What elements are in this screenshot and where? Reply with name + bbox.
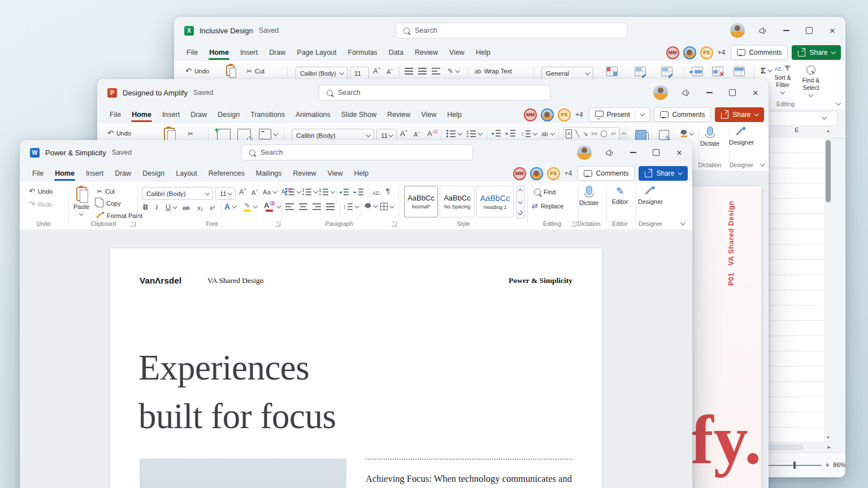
column-header-e[interactable]: E [771,127,823,133]
align-right-button[interactable] [313,203,321,210]
excel-tab-view[interactable]: View [449,44,465,61]
minimize-button[interactable] [781,25,791,36]
style-normal[interactable]: AaBbCc Normal* [404,186,438,217]
word-search-box[interactable]: Search [241,145,473,160]
orientation-button[interactable] [448,67,459,75]
excel-tab-review[interactable]: Review [415,44,438,61]
scroll-right-arrow[interactable]: ▶ [828,445,831,449]
word-tab-design[interactable]: Design [142,165,164,182]
text-effects-button[interactable] [224,203,236,211]
scroll-up-arrow[interactable]: ▲ [826,129,830,133]
justify-button[interactable] [326,203,335,210]
word-tab-layout[interactable]: Layout [176,165,197,182]
increase-indent-button[interactable] [354,189,363,195]
numbering-button[interactable] [467,130,482,137]
number-format-select[interactable]: General [541,67,593,80]
collaborator-badge-mm[interactable]: MM [524,108,537,121]
bold-button[interactable] [143,203,148,211]
word-tab-draw[interactable]: Draw [115,165,131,182]
superscript-button[interactable] [210,204,215,212]
maximize-button[interactable] [804,25,814,36]
shape-fill-button[interactable] [680,130,693,137]
user-avatar[interactable] [577,145,592,160]
share-button[interactable]: Share [792,45,841,60]
ppt-tab-design[interactable]: Design [218,106,240,123]
ppt-tab-draw[interactable]: Draw [190,106,207,123]
find-select-button[interactable]: Find &Select [797,66,825,97]
dictate-button[interactable]: Dictate [574,186,604,206]
scroll-down-arrow[interactable]: ▼ [826,435,830,439]
document-page[interactable]: VanΛrsdel VA Shared Design Power & Simpl… [110,249,602,488]
close-button[interactable]: × [827,25,837,36]
style-gallery-scroll[interactable] [516,186,525,219]
font-name-select[interactable]: Calibri (Body) [296,67,348,80]
format-cells-button[interactable] [734,67,745,76]
slide-layout-button[interactable] [259,129,277,140]
zoom-in-button[interactable]: + [825,460,830,469]
rectangle-shape[interactable]: ▭ [591,129,597,138]
excel-tab-file[interactable]: File [186,44,198,61]
scrollbar-thumb[interactable] [826,140,831,202]
strikethrough-button[interactable] [183,204,190,212]
bullets-button[interactable] [285,188,301,195]
ppt-tab-help[interactable]: Help [447,106,462,123]
collaborator-avatar[interactable] [530,167,543,180]
freeform-shape[interactable]: ▱ [611,129,615,138]
subscript-button[interactable] [197,204,203,212]
align-middle-button[interactable] [418,68,427,75]
collaborator-badge-fs[interactable]: FS [547,167,560,180]
text-direction-button[interactable] [541,130,554,137]
designer-button[interactable]: Designer [726,127,757,146]
designer-button[interactable]: Designer [635,186,666,205]
replace-button[interactable]: Replace [532,202,563,210]
collapse-ribbon-chevron[interactable] [760,161,766,167]
minimize-button[interactable] [704,88,714,98]
shrink-font-button[interactable] [414,130,420,138]
ppt-tab-animations[interactable]: Animations [296,106,331,123]
maximize-button[interactable] [727,88,737,98]
clear-formatting-button[interactable] [427,130,438,137]
cut-button[interactable]: Cut [246,67,264,75]
collaborator-badge-mm[interactable]: MM [666,46,679,59]
numbering-button[interactable] [302,188,318,195]
present-button[interactable]: Present [589,107,650,122]
word-tab-review[interactable]: Review [293,165,316,182]
borders-button[interactable] [380,203,394,210]
collapse-ribbon-chevron[interactable] [836,100,841,106]
new-slide-button[interactable]: + [217,129,231,141]
sort-filter-button[interactable]: Sort &Filter [769,64,797,94]
align-top-button[interactable] [405,68,413,75]
excel-tab-draw[interactable]: Draw [269,44,285,61]
paragraph-dialog-launcher[interactable] [392,221,397,226]
font-color-button[interactable] [264,202,281,212]
style-heading-1[interactable]: AaBbCc Heading 1 [476,186,514,217]
font-name-select[interactable]: Calibri (Body) [142,187,213,200]
maximize-button[interactable] [651,147,661,158]
decrease-indent-button[interactable] [492,130,501,137]
copy-button[interactable]: Copy [97,199,121,207]
word-tab-file[interactable]: File [32,165,44,182]
conditional-formatting-button[interactable] [606,67,618,76]
excel-tab-page-layout[interactable]: Page Layout [297,44,336,61]
paste-button[interactable]: Paste [72,187,91,216]
font-size-select[interactable]: 11 [215,187,236,200]
format-painter-button[interactable]: Format Paint [97,212,142,219]
paste-button[interactable] [226,65,235,76]
minimize-button[interactable] [628,147,638,158]
undo-button[interactable]: Undo [29,188,53,195]
word-tab-references[interactable]: References [209,165,245,182]
grow-font-button[interactable] [400,130,407,137]
comments-button[interactable]: Comments [731,45,788,60]
font-dialog-launcher[interactable] [275,221,280,226]
zoom-slider[interactable] [762,465,822,466]
increase-indent-button[interactable] [506,130,515,137]
ppt-tab-review[interactable]: Review [387,106,410,123]
quick-styles-button[interactable] [659,130,669,140]
cut-button[interactable] [188,130,193,137]
decrease-indent-button[interactable] [340,189,349,195]
excel-tab-data[interactable]: Data [389,44,403,61]
collaborator-badge-mm[interactable]: MM [513,167,526,180]
line-spacing-button[interactable] [521,130,537,137]
ppt-tab-insert[interactable]: Insert [162,106,180,123]
text-highlight-button[interactable] [244,202,257,212]
